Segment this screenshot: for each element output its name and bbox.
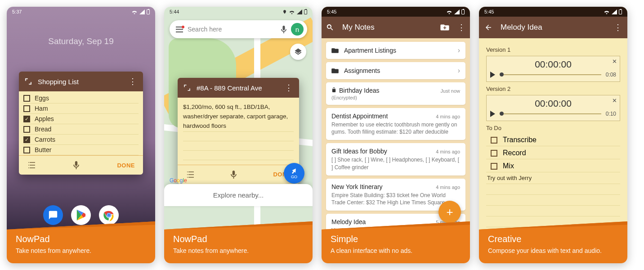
status-bar: 5:37 bbox=[7, 7, 155, 17]
battery-icon bbox=[461, 9, 465, 14]
checkbox[interactable] bbox=[491, 137, 497, 144]
play-store-icon[interactable] bbox=[71, 205, 91, 225]
status-time: 5:37 bbox=[12, 9, 22, 14]
note-preview: Remember to use electric toothbrush more… bbox=[331, 121, 460, 135]
todo-item[interactable]: Transcribe bbox=[486, 134, 620, 146]
phone-screenshot-2: 5:44 Search here n #8A - 889 Central bbox=[164, 7, 313, 263]
lock-icon bbox=[331, 87, 336, 93]
caption-subtitle: A clean interface with no ads. bbox=[331, 247, 461, 254]
map-search-bar[interactable]: Search here n bbox=[170, 20, 307, 38]
chevron-right-icon: › bbox=[458, 46, 460, 54]
folder-item[interactable]: Assignments› bbox=[326, 62, 465, 79]
version-label: Version 2 bbox=[486, 86, 620, 92]
signal-icon bbox=[139, 9, 145, 14]
audio-slider[interactable] bbox=[500, 113, 601, 114]
menu-icon[interactable]: ⋮ bbox=[614, 22, 622, 32]
caption-title: NowPad bbox=[16, 234, 146, 244]
note-time: 4 mins ago bbox=[436, 149, 460, 154]
checklist-label: Apples bbox=[35, 115, 54, 122]
audio-player: ✕00:00:000:10 bbox=[486, 95, 620, 121]
list-icon[interactable] bbox=[27, 162, 35, 168]
signal-icon bbox=[454, 9, 460, 14]
app-bar: My Notes ⋮ bbox=[322, 17, 470, 38]
note-line[interactable]: Try out with Jerry bbox=[486, 172, 620, 184]
chevron-right-icon: › bbox=[458, 67, 460, 75]
note-detail-body[interactable]: Version 1✕00:00:000:08Version 2✕00:00:00… bbox=[479, 38, 627, 230]
battery-icon bbox=[619, 9, 622, 14]
caption-subtitle: Take notes from anywhere. bbox=[16, 247, 146, 254]
note-preview: Empire State Building: $33 ticket fee On… bbox=[331, 192, 460, 206]
checklist-item[interactable]: ✓Carrots bbox=[23, 135, 139, 145]
wifi-icon bbox=[446, 9, 452, 14]
layers-button[interactable] bbox=[290, 44, 306, 60]
note-item[interactable]: Gift Ideas for Bobby4 mins ago[ ] Shoe r… bbox=[326, 143, 465, 175]
menu-icon[interactable]: ⋮ bbox=[457, 22, 465, 32]
encrypted-label: (Encrypted) bbox=[331, 95, 460, 100]
note-item[interactable]: Dentist Appointment4 mins agoRemember to… bbox=[326, 108, 465, 140]
checkbox[interactable] bbox=[491, 150, 497, 157]
checklist-item[interactable]: Ham bbox=[23, 104, 139, 114]
folder-item[interactable]: Apartment Listings› bbox=[326, 42, 465, 59]
note-header: Shopping List ⋮ bbox=[19, 72, 143, 91]
checkbox[interactable] bbox=[23, 95, 30, 102]
mic-icon[interactable] bbox=[231, 171, 237, 179]
checklist-item[interactable]: Bread bbox=[23, 124, 139, 135]
checkbox[interactable] bbox=[491, 163, 497, 170]
chrome-app-icon[interactable] bbox=[99, 205, 119, 225]
audio-slider[interactable] bbox=[500, 74, 601, 75]
add-note-fab[interactable]: + bbox=[438, 201, 461, 223]
avatar[interactable]: n bbox=[291, 23, 304, 36]
play-icon[interactable] bbox=[490, 72, 495, 78]
note-menu-icon[interactable]: ⋮ bbox=[282, 83, 295, 93]
note-item[interactable]: Birthday IdeasJust now(Encrypted) bbox=[326, 82, 465, 105]
expand-icon[interactable] bbox=[183, 84, 191, 92]
note-title: Birthday Ideas bbox=[331, 87, 380, 94]
checkbox[interactable] bbox=[23, 147, 30, 153]
done-button[interactable]: DONE bbox=[117, 162, 135, 169]
checklist-item[interactable]: ✓Apples bbox=[23, 114, 139, 124]
audio-player: ✕00:00:000:08 bbox=[486, 56, 620, 82]
hamburger-icon[interactable] bbox=[176, 27, 183, 32]
close-icon[interactable]: ✕ bbox=[612, 58, 617, 65]
list-icon[interactable] bbox=[186, 171, 194, 178]
note-menu-icon[interactable]: ⋮ bbox=[126, 76, 139, 86]
checkbox[interactable]: ✓ bbox=[23, 136, 30, 143]
close-icon[interactable]: ✕ bbox=[612, 97, 617, 104]
go-button[interactable]: GO bbox=[284, 163, 304, 184]
status-bar: 5:44 bbox=[164, 7, 313, 17]
folder-icon bbox=[331, 68, 339, 74]
checkbox[interactable] bbox=[23, 126, 30, 133]
todo-item[interactable]: Record bbox=[486, 147, 620, 159]
explore-panel[interactable]: Explore nearby... bbox=[164, 184, 313, 206]
search-placeholder: Search here bbox=[188, 26, 277, 33]
search-icon[interactable] bbox=[326, 23, 334, 32]
messages-app-icon[interactable] bbox=[43, 205, 63, 225]
app-bar: Melody Idea ⋮ bbox=[479, 17, 627, 38]
home-date: Saturday, Sep 19 bbox=[7, 17, 155, 46]
expand-icon[interactable] bbox=[24, 77, 32, 86]
note-time: 4 mins ago bbox=[436, 114, 460, 119]
mic-icon[interactable] bbox=[73, 161, 79, 169]
mic-icon[interactable] bbox=[281, 26, 286, 33]
back-icon[interactable] bbox=[484, 23, 492, 32]
note-body[interactable]: $1,200/mo, 600 sq ft., 1BD/1BA, washer/d… bbox=[178, 98, 299, 165]
checklist-item[interactable]: Butter bbox=[23, 145, 139, 155]
checklist-label: Butter bbox=[35, 146, 51, 153]
note-popup: Shopping List ⋮ EggsHam✓ApplesBread✓Carr… bbox=[19, 72, 143, 175]
checklist: EggsHam✓ApplesBread✓CarrotsButter bbox=[19, 91, 143, 155]
todo-item[interactable]: Mix bbox=[486, 160, 620, 172]
signal-icon bbox=[612, 9, 617, 14]
audio-duration: 0:10 bbox=[606, 111, 616, 117]
play-icon[interactable] bbox=[490, 111, 495, 117]
note-title: #8A - 889 Central Ave bbox=[197, 84, 282, 92]
caption-subtitle: Take notes from anywhere. bbox=[173, 247, 304, 254]
audio-duration: 0:08 bbox=[606, 72, 616, 78]
checklist-item[interactable]: Eggs bbox=[23, 93, 139, 104]
new-folder-icon[interactable] bbox=[440, 24, 449, 31]
note-time: Just now bbox=[441, 88, 460, 94]
note-title: Melody Idea bbox=[501, 23, 606, 32]
checkbox[interactable] bbox=[23, 105, 30, 112]
checkbox[interactable]: ✓ bbox=[23, 116, 30, 122]
note-popup: #8A - 889 Central Ave ⋮ $1,200/mo, 600 s… bbox=[178, 78, 299, 184]
note-header: #8A - 889 Central Ave ⋮ bbox=[178, 78, 299, 98]
